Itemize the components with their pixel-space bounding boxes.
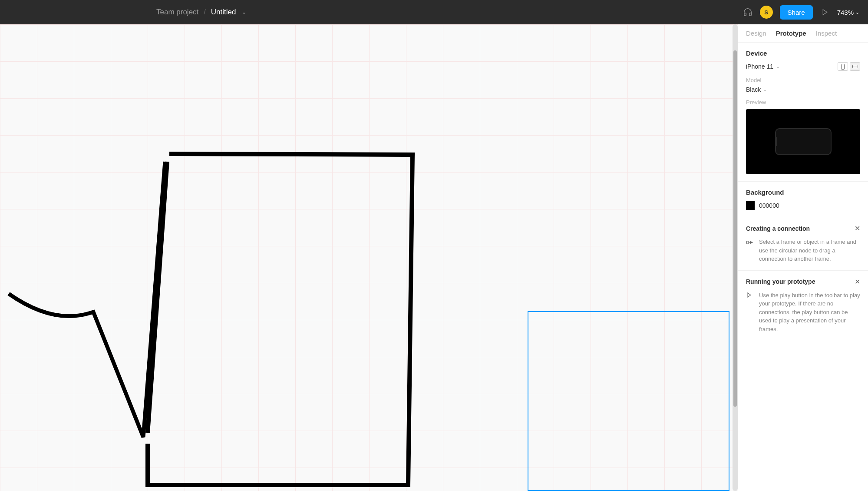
preview-label: Preview <box>746 99 860 106</box>
chevron-down-icon: ⌄ <box>776 64 779 69</box>
background-section: Background 000000 <box>738 182 868 217</box>
device-dropdown[interactable]: iPhone 11 ⌄ <box>746 63 779 70</box>
device-preview <box>746 109 860 174</box>
model-label: Model <box>746 77 860 83</box>
svg-marker-0 <box>823 10 827 15</box>
tab-prototype[interactable]: Prototype <box>776 30 806 37</box>
breadcrumb-separator: / <box>204 8 205 16</box>
zoom-value: 743% <box>837 9 854 16</box>
background-color[interactable]: 000000 <box>746 201 860 210</box>
filename[interactable]: Untitled <box>211 8 236 17</box>
inspector-panel: Design Prototype Inspect Device iPhone 1… <box>738 24 868 491</box>
connection-info-text: Select a frame or object in a frame and … <box>759 238 860 263</box>
main: Design Prototype Inspect Device iPhone 1… <box>0 24 868 491</box>
connection-icon <box>746 239 754 246</box>
chevron-down-icon: ⌄ <box>763 87 767 92</box>
avatar[interactable]: S <box>760 6 773 19</box>
model-dropdown[interactable]: Black ⌄ <box>746 86 860 93</box>
connection-info-title: Creating a connection <box>746 225 810 232</box>
selection-frame[interactable] <box>528 311 729 491</box>
breadcrumb-area: Team project / Untitled ⌄ <box>156 8 246 17</box>
svg-rect-1 <box>842 64 845 69</box>
device-title: Device <box>746 50 860 57</box>
tab-inspect[interactable]: Inspect <box>816 30 837 37</box>
canvas[interactable] <box>0 24 738 491</box>
zoom-control[interactable]: 743% ⌄ <box>837 9 859 16</box>
prototype-info-title: Running your prototype <box>746 278 815 285</box>
scrollbar-vertical[interactable] <box>733 24 738 491</box>
breadcrumb[interactable]: Team project <box>156 8 198 17</box>
svg-rect-3 <box>747 241 749 244</box>
tab-design[interactable]: Design <box>746 30 766 37</box>
color-value: 000000 <box>759 202 779 209</box>
close-icon[interactable]: ✕ <box>855 224 860 232</box>
play-button[interactable] <box>820 7 830 17</box>
orientation-toggle <box>838 62 860 71</box>
prototype-info: Running your prototype ✕ Use the play bu… <box>738 271 868 341</box>
orientation-landscape[interactable] <box>850 62 860 71</box>
headphones-icon[interactable] <box>743 7 753 17</box>
close-icon[interactable]: ✕ <box>855 278 860 286</box>
chevron-down-icon: ⌄ <box>855 10 859 15</box>
play-icon <box>746 292 754 300</box>
phone-preview-icon <box>775 128 832 155</box>
model-value: Black <box>746 86 761 93</box>
inspector-tabs: Design Prototype Inspect <box>738 24 868 43</box>
color-swatch[interactable] <box>746 201 755 210</box>
share-button[interactable]: Share <box>780 5 813 20</box>
connection-info: Creating a connection ✕ Select a frame o… <box>738 217 868 271</box>
prototype-info-text: Use the play button in the toolbar to pl… <box>759 291 860 334</box>
scrollbar-thumb[interactable] <box>733 50 737 407</box>
topbar-right: S Share 743% ⌄ <box>743 5 859 20</box>
device-value: iPhone 11 <box>746 63 773 70</box>
chevron-down-icon[interactable]: ⌄ <box>242 9 246 15</box>
background-title: Background <box>746 189 860 196</box>
orientation-portrait[interactable] <box>838 62 848 71</box>
svg-marker-5 <box>747 292 751 297</box>
topbar: Team project / Untitled ⌄ S Share 743% ⌄ <box>0 0 868 24</box>
device-section: Device iPhone 11 ⌄ Model <box>738 43 868 182</box>
svg-rect-2 <box>852 65 858 68</box>
svg-marker-4 <box>751 242 753 244</box>
